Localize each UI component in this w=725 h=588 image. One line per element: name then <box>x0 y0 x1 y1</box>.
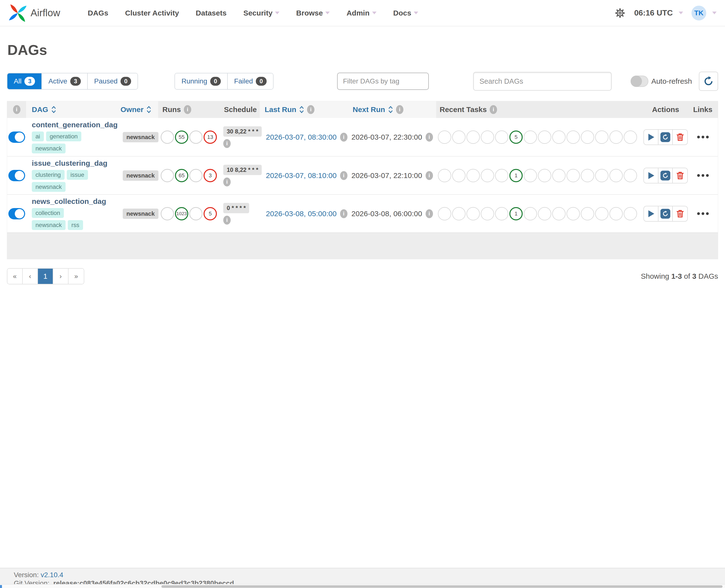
dag-links-menu-button[interactable] <box>695 210 711 217</box>
search-dags-input[interactable] <box>473 72 612 91</box>
owner-badge[interactable]: newsnack <box>123 170 158 181</box>
run-circle-queued[interactable] <box>161 130 174 144</box>
delete-dag-button[interactable] <box>673 206 687 221</box>
recent-task-circle[interactable] <box>595 169 608 182</box>
info-icon[interactable] <box>396 105 403 114</box>
recent-task-circle[interactable] <box>581 130 594 144</box>
recent-task-circle[interactable] <box>624 130 637 144</box>
column-header-owner[interactable]: Owner <box>119 101 158 118</box>
pagination-page-1-button[interactable]: 1 <box>38 269 53 284</box>
recent-task-circle[interactable] <box>609 130 623 144</box>
run-circle-running[interactable] <box>189 130 203 144</box>
recent-task-circle[interactable] <box>567 169 580 182</box>
run-circle-failed[interactable]: 5 <box>204 207 217 220</box>
delete-dag-button[interactable] <box>673 130 687 145</box>
info-icon[interactable] <box>223 216 231 225</box>
timezone-selector[interactable]: 06:16 UTC <box>634 8 683 18</box>
recent-task-circle[interactable] <box>481 169 494 182</box>
run-circle-running[interactable] <box>189 207 203 220</box>
recent-task-circle[interactable] <box>524 169 537 182</box>
schedule-badge[interactable]: 30 8,22 * * * <box>223 126 262 136</box>
pagination-first-button[interactable]: « <box>7 269 23 284</box>
info-icon[interactable] <box>490 105 497 114</box>
dag-tag[interactable]: newsnack <box>32 220 65 230</box>
filter-button-paused[interactable]: Paused0 <box>88 74 138 89</box>
recent-task-circle[interactable] <box>552 130 566 144</box>
version-link[interactable]: v2.10.4 <box>41 571 63 579</box>
reparse-dag-button[interactable] <box>659 130 673 145</box>
info-icon[interactable] <box>307 105 315 114</box>
recent-task-circle[interactable] <box>466 207 480 220</box>
dag-pause-toggle[interactable] <box>8 170 25 181</box>
recent-task-circle[interactable] <box>481 207 494 220</box>
filter-button-all[interactable]: All3 <box>7 74 42 89</box>
owner-badge[interactable]: newsnack <box>123 132 158 142</box>
recent-task-circle[interactable] <box>624 207 637 220</box>
recent-task-circle[interactable] <box>552 207 566 220</box>
nav-item-datasets[interactable]: Datasets <box>187 9 235 17</box>
dag-links-menu-button[interactable] <box>695 172 711 179</box>
info-icon[interactable] <box>426 133 433 142</box>
last-run-link[interactable]: 2026-03-07, 08:10:00 <box>266 171 337 180</box>
tag-filter-input[interactable] <box>337 72 429 90</box>
recent-task-circle[interactable] <box>495 169 508 182</box>
dag-pause-toggle[interactable] <box>8 131 25 143</box>
dag-links-menu-button[interactable] <box>695 133 711 141</box>
nav-item-browse[interactable]: Browse <box>288 9 338 17</box>
nav-item-security[interactable]: Security <box>235 9 287 17</box>
nav-item-admin[interactable]: Admin <box>338 9 385 17</box>
owner-badge[interactable]: newsnack <box>123 209 158 219</box>
pagination-prev-button[interactable]: ‹ <box>23 269 38 284</box>
recent-task-circle[interactable] <box>452 207 465 220</box>
info-icon[interactable] <box>340 133 347 142</box>
run-circle-queued[interactable] <box>161 207 174 220</box>
info-icon[interactable] <box>340 171 347 180</box>
run-circle-running[interactable] <box>189 169 203 182</box>
dag-tag[interactable]: generation <box>46 131 81 141</box>
reparse-dag-button[interactable] <box>659 206 673 221</box>
recent-task-circle[interactable] <box>538 130 551 144</box>
column-header-last-run[interactable]: Last Run <box>260 101 348 118</box>
recent-task-circle[interactable] <box>538 207 551 220</box>
recent-task-circle[interactable] <box>581 169 594 182</box>
recent-task-circle[interactable] <box>495 207 508 220</box>
dag-name-link[interactable]: news_collection_dag <box>32 197 106 206</box>
horizontal-scrollbar[interactable] <box>0 584 725 588</box>
run-circle-success[interactable]: 55 <box>175 130 188 144</box>
filter-button-active[interactable]: Active3 <box>42 74 88 89</box>
dag-name-link[interactable]: content_generation_dag <box>32 121 118 129</box>
recent-task-circle[interactable] <box>481 130 494 144</box>
pagination-next-button[interactable]: › <box>53 269 68 284</box>
dag-tag[interactable]: ai <box>32 131 44 141</box>
info-icon[interactable] <box>340 209 347 218</box>
recent-task-circle[interactable] <box>567 207 580 220</box>
settings-gear-button[interactable] <box>614 7 626 19</box>
info-icon[interactable] <box>13 105 20 114</box>
scrollbar-thumb[interactable] <box>161 585 723 588</box>
schedule-badge[interactable]: 10 8,22 * * * <box>223 165 262 175</box>
trigger-dag-button[interactable] <box>644 168 659 183</box>
dag-pause-toggle[interactable] <box>8 208 25 219</box>
recent-task-circle[interactable] <box>609 169 623 182</box>
dag-tag[interactable]: rss <box>68 220 83 230</box>
trigger-dag-button[interactable] <box>644 130 659 145</box>
recent-task-circle[interactable]: 1 <box>509 169 523 182</box>
recent-task-circle[interactable] <box>524 207 537 220</box>
recent-task-circle[interactable]: 1 <box>509 207 523 220</box>
recent-task-circle[interactable] <box>595 130 608 144</box>
dag-tag[interactable]: collection <box>32 208 64 218</box>
recent-task-circle[interactable] <box>581 207 594 220</box>
reparse-dag-button[interactable] <box>659 168 673 183</box>
recent-task-circle[interactable] <box>452 130 465 144</box>
run-circle-success[interactable]: 1023 <box>175 207 188 220</box>
recent-task-circle[interactable] <box>452 169 465 182</box>
recent-task-circle[interactable] <box>466 130 480 144</box>
run-circle-success[interactable]: 65 <box>175 169 188 182</box>
recent-task-circle[interactable] <box>538 169 551 182</box>
pagination-last-button[interactable]: » <box>68 269 84 284</box>
user-menu[interactable]: TK <box>691 6 717 20</box>
last-run-link[interactable]: 2026-03-07, 08:30:00 <box>266 133 337 141</box>
column-header-next-run[interactable]: Next Run <box>348 101 436 118</box>
dag-tag[interactable]: newsnack <box>32 144 65 153</box>
info-icon[interactable] <box>184 105 191 114</box>
